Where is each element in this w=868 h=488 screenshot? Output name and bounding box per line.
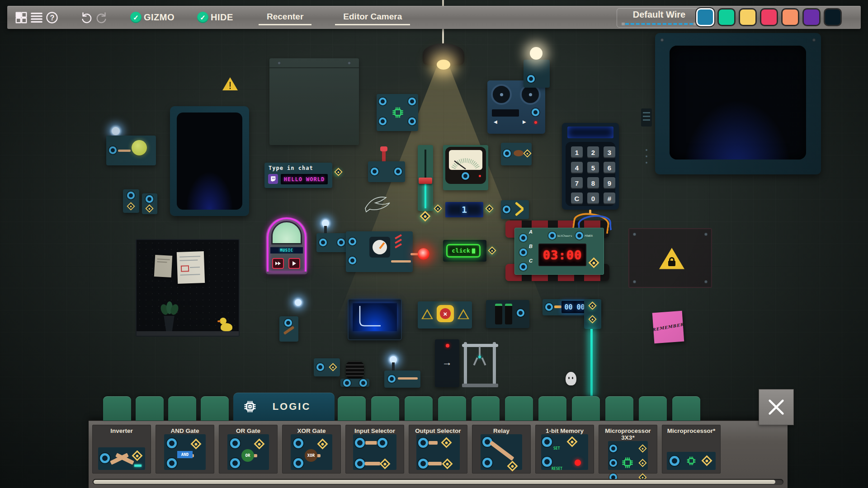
scrollbar-thumb[interactable] — [94, 480, 775, 484]
component-card-1-bit-memory[interactable]: 1-bit Memory SETRESET — [535, 425, 594, 474]
jukebox[interactable]: MUSIC — [266, 217, 307, 274]
image-tab[interactable] — [405, 396, 433, 421]
keypad-key-1[interactable]: 1 — [571, 146, 583, 158]
wall-vent[interactable] — [641, 108, 652, 127]
wire-color-red[interactable] — [760, 8, 778, 26]
vu-meter-board[interactable] — [443, 145, 488, 190]
bomb-port-A[interactable]: A — [519, 230, 538, 244]
led-board[interactable] — [384, 371, 420, 388]
rewind-icon[interactable]: ◀ — [494, 119, 497, 124]
click-button[interactable]: click — [446, 244, 481, 258]
keypad-key-C[interactable]: C — [571, 192, 583, 204]
component-card-xor-gate[interactable]: XOR Gate XOR — [282, 425, 341, 474]
slider-gadget[interactable] — [418, 145, 433, 211]
tablet-frame[interactable] — [170, 106, 249, 216]
fullscreen-tab[interactable] — [338, 396, 366, 421]
server-tab[interactable] — [639, 396, 667, 421]
toolbox-tab[interactable] — [201, 396, 229, 421]
gizmo-toggle[interactable]: ✓ GIZMO — [130, 12, 175, 23]
ghost-figure[interactable] — [566, 372, 576, 385]
coffee-tab[interactable] — [438, 396, 466, 421]
wire-color-dark-navy[interactable] — [824, 8, 842, 26]
tool-chip[interactable] — [501, 200, 529, 219]
component-card-input-selector[interactable]: Input Selector — [345, 425, 404, 474]
recenter-button[interactable]: Recenter — [259, 10, 311, 25]
warning-frame[interactable] — [628, 228, 712, 288]
network-tab[interactable] — [538, 396, 566, 421]
light-tab[interactable] — [168, 396, 196, 421]
hide-toggle[interactable]: ✓ HIDE — [197, 12, 233, 23]
bean-chip[interactable] — [501, 143, 532, 165]
sticky-note[interactable]: REMEMBER — [652, 311, 684, 343]
music-tab[interactable] — [672, 396, 700, 421]
round-button[interactable] — [132, 140, 147, 155]
laser-emitter[interactable] — [584, 299, 601, 329]
coil-device[interactable] — [340, 361, 369, 387]
wire-color-orange[interactable] — [781, 8, 799, 26]
play-icon[interactable]: ▶ — [523, 119, 526, 124]
bird-decal[interactable] — [362, 188, 394, 216]
component-card-output-selector[interactable]: Output Selector — [409, 425, 467, 474]
tab-logic[interactable]: LOGIC — [233, 393, 335, 421]
component-card-microprocessor-3x3-[interactable]: Microprocessor 3X3* — [599, 425, 657, 474]
keypad-key-7[interactable]: 7 — [571, 177, 583, 189]
editor-camera-button[interactable]: Editor Camera — [335, 10, 410, 25]
mini-chip[interactable] — [123, 189, 139, 213]
claw-stand[interactable] — [462, 342, 498, 387]
water-tank[interactable] — [348, 299, 402, 340]
metal-sheet[interactable] — [269, 58, 359, 145]
crt-monitor[interactable] — [655, 33, 821, 174]
text-tab[interactable] — [472, 396, 500, 421]
hidden-tab[interactable] — [371, 396, 399, 421]
component-card-relay[interactable]: Relay — [472, 425, 531, 474]
led-button-board[interactable] — [106, 136, 156, 165]
bomb-port-B[interactable]: B — [519, 244, 538, 258]
wire-color-purple[interactable] — [802, 8, 821, 26]
keypad-key-#[interactable]: # — [604, 192, 615, 204]
bomb-port-C[interactable]: C — [519, 259, 538, 272]
red-led[interactable] — [418, 248, 429, 260]
poster-small[interactable] — [154, 255, 172, 277]
battery-holder[interactable] — [486, 300, 529, 328]
grid-menu-icon[interactable] — [14, 10, 29, 25]
hash-tab[interactable] — [572, 396, 600, 421]
bulb-gadget[interactable] — [524, 60, 550, 88]
rotary-board[interactable] — [346, 231, 413, 272]
crank-chip[interactable] — [279, 316, 298, 342]
rotary-dial[interactable] — [369, 237, 390, 258]
plant-leaves[interactable] — [160, 300, 178, 316]
reel-recorder[interactable]: ◀ ▶ — [487, 80, 545, 134]
click-button-device[interactable]: click — [443, 240, 486, 262]
keypad-key-8[interactable]: 8 — [587, 177, 599, 189]
number-display[interactable]: 1 — [445, 202, 483, 217]
chip-gadget[interactable] — [377, 94, 418, 131]
keypad-key-0[interactable]: 0 — [587, 192, 599, 204]
component-card-inverter[interactable]: Inverter — [92, 425, 151, 474]
chat-sign[interactable]: Type in chat HELLO WORLD — [264, 163, 332, 188]
robot-tab[interactable] — [505, 396, 533, 421]
keypad-key-2[interactable]: 2 — [587, 146, 599, 158]
mini-board[interactable] — [314, 358, 340, 376]
redo-icon[interactable] — [94, 10, 109, 25]
keypad-key-6[interactable]: 6 — [604, 162, 615, 174]
component-card-or-gate[interactable]: OR Gate OR — [219, 425, 278, 474]
wire-selector[interactable]: Default Wire — [617, 8, 702, 28]
video-tab[interactable] — [605, 396, 633, 421]
skip-button[interactable] — [272, 258, 284, 269]
keypad-key-3[interactable]: 3 — [604, 146, 615, 158]
tray-scrollbar[interactable] — [93, 479, 783, 485]
lever-switch-board[interactable] — [368, 161, 405, 182]
favorites-tab[interactable] — [103, 396, 131, 421]
wire-color-green[interactable] — [717, 8, 736, 26]
undo-icon[interactable] — [79, 10, 94, 25]
pegboard[interactable] — [136, 239, 240, 337]
poster-large[interactable] — [177, 251, 205, 284]
list-menu-icon[interactable] — [29, 10, 44, 25]
hand-tab[interactable] — [136, 396, 164, 421]
alert-board[interactable]: × — [418, 301, 472, 328]
close-panel-button[interactable] — [759, 389, 794, 425]
component-card-and-gate[interactable]: AND Gate AND — [156, 425, 214, 474]
wire-color-blue[interactable] — [696, 8, 714, 26]
component-card-microprocessor-[interactable]: Microprocessor* — [662, 425, 721, 474]
arrow-board[interactable]: → — [435, 339, 459, 387]
